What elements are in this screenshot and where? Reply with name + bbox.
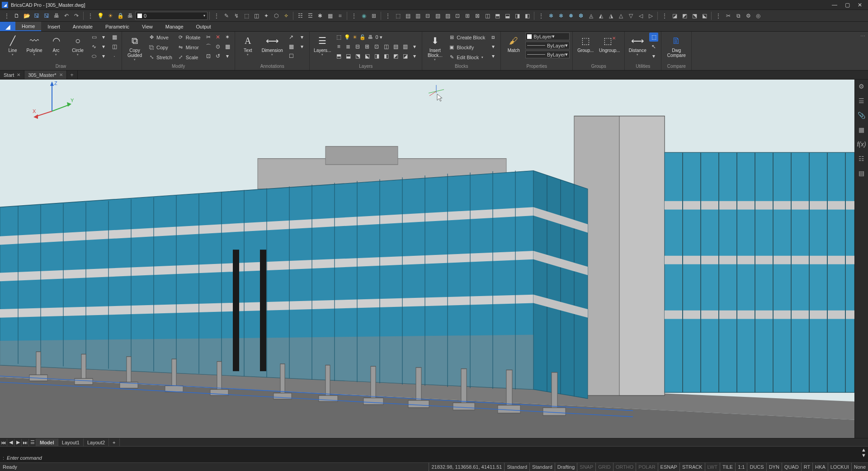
tool-icon[interactable]: ⊟ (423, 11, 432, 20)
handle-icon[interactable]: ⋮ (537, 11, 546, 20)
handle-icon[interactable]: ⋮ (383, 11, 392, 20)
group-button[interactable]: ⬚Group... (576, 33, 595, 62)
tool-icon[interactable]: ◁ (636, 11, 645, 20)
handle-icon[interactable]: ⋮ (349, 11, 359, 20)
tool-icon[interactable]: ▤ (403, 11, 412, 20)
dimension-button[interactable]: ⟷Dimension▾ (259, 33, 285, 62)
tool-icon[interactable]: ⌗ (335, 11, 344, 20)
layout-2[interactable]: Layout2 (84, 438, 109, 446)
tool-icon[interactable]: ↺ (213, 52, 222, 61)
mirror-button[interactable]: ⇋Mirror (176, 42, 202, 52)
tool-icon[interactable]: ▥ (401, 42, 410, 51)
grid-panel-icon[interactable]: ▦ (858, 126, 866, 134)
polyline-button[interactable]: 〰Polyline▾ (24, 33, 44, 62)
next-icon[interactable]: ▶ (14, 439, 22, 446)
tool-icon[interactable]: ▾ (99, 33, 108, 42)
tool-icon[interactable]: ⊞ (363, 42, 372, 51)
status-toggle-hka[interactable]: HKA (812, 463, 828, 471)
status-toggle-lwt[interactable]: LWT (705, 463, 720, 471)
layer-dropdown[interactable]: 0 ▾ (135, 12, 208, 20)
lock-icon[interactable]: 🔒 (116, 11, 125, 20)
tab-home[interactable]: Home (15, 22, 41, 31)
ribbon-options-icon[interactable]: ⋯ (860, 33, 865, 39)
tool-icon[interactable]: ◩ (391, 52, 400, 61)
handle-icon[interactable]: ⋮ (86, 11, 95, 20)
point-icon[interactable]: ∙ (110, 52, 119, 61)
spline-icon[interactable]: ∿ (90, 42, 99, 51)
tool-icon[interactable]: ▦ (326, 11, 335, 20)
status-toggle-rt[interactable]: RT (801, 463, 812, 471)
move-button[interactable]: ✥Move (146, 33, 174, 42)
doc-tab-new[interactable]: + (67, 71, 78, 79)
circle-button[interactable]: ○Circle▾ (68, 33, 88, 62)
tool-icon[interactable]: ⬓ (503, 11, 512, 20)
prev-icon[interactable]: ◀ (7, 439, 14, 446)
first-icon[interactable]: ⏮ (0, 439, 7, 446)
tool-icon[interactable]: ⚙ (744, 11, 753, 20)
leader-icon[interactable]: ↗ (287, 33, 296, 42)
panel-toggle-icon[interactable]: ⚙ (858, 82, 866, 90)
tool-icon[interactable]: ⊟ (353, 42, 362, 51)
ungroup-button[interactable]: ⬚✕Ungroup... (597, 33, 622, 62)
minimize-button[interactable]: — (828, 0, 841, 9)
tool-icon[interactable]: ⧉ (734, 11, 743, 20)
tool-icon[interactable]: ◭ (596, 11, 605, 20)
text-button[interactable]: AText▾ (238, 33, 258, 62)
create-block-button[interactable]: ⊞Create Block (447, 33, 487, 42)
app-menu-button[interactable]: ◢ (0, 22, 15, 31)
tool-icon[interactable]: ▤ (391, 42, 400, 51)
tool-icon[interactable]: ✱ (316, 11, 325, 20)
layer-combo[interactable]: 💡 ☀ 🔓 🖶 0 ▾ (344, 34, 419, 40)
doc-tab-start[interactable]: Start✕ (0, 71, 24, 79)
tool-icon[interactable]: ⬒ (493, 11, 502, 20)
array-icon[interactable]: ▦ (223, 42, 232, 51)
tool-icon[interactable]: ◨ (372, 52, 381, 61)
tool-icon[interactable]: ▾ (297, 42, 307, 51)
bulb-icon[interactable]: 💡 (96, 11, 105, 20)
copy-guided-button[interactable]: ⧉Copy Guided▾ (125, 33, 145, 62)
tool-icon[interactable]: ⊡ (453, 11, 462, 20)
layers-button[interactable]: ☰Layers...▾ (312, 33, 332, 62)
status-toggle-quad[interactable]: QUAD (782, 463, 801, 471)
scroll-down-icon[interactable]: ▼ (861, 452, 866, 458)
new-icon[interactable]: 🗋 (12, 11, 21, 20)
tool-icon[interactable]: ⬚ (393, 11, 402, 20)
color-combo[interactable]: ByLayer▾ (525, 33, 570, 40)
tab-parametric[interactable]: Parametric (99, 22, 136, 31)
scale-button[interactable]: ⤢Scale (176, 52, 202, 62)
offset-icon[interactable]: ⊙ (213, 42, 222, 51)
status-toggle-polar[interactable]: POLAR (636, 463, 657, 471)
close-icon[interactable]: ✕ (17, 72, 20, 77)
ellipse-icon[interactable]: ⬭ (90, 52, 99, 61)
tool-icon[interactable]: ⬓ (344, 52, 353, 61)
tool-icon[interactable]: ◎ (754, 11, 763, 20)
layout-model[interactable]: Model (36, 438, 58, 446)
tool-icon[interactable]: ◫ (483, 11, 492, 20)
scroll-up-icon[interactable]: ▲ (861, 447, 866, 452)
table-icon[interactable]: ▦ (287, 42, 296, 51)
fx-panel-icon[interactable]: f(x) (858, 140, 866, 148)
tool-icon[interactable]: ▾ (489, 52, 498, 61)
status-toggle-lockui[interactable]: LOCKUI (828, 463, 851, 471)
tool-icon[interactable]: ❆ (576, 11, 585, 20)
apps-panel-icon[interactable]: ▤ (858, 169, 866, 177)
tool-icon[interactable]: ▧ (433, 11, 442, 20)
distance-button[interactable]: ⟷Distance▾ (627, 33, 647, 62)
tool-icon[interactable]: ✎ (222, 11, 231, 20)
tool-icon[interactable]: ◉ (359, 11, 368, 20)
status-toggle-ducs[interactable]: DUCS (747, 463, 766, 471)
status-toggle-ortho[interactable]: ORTHO (613, 463, 636, 471)
select-icon[interactable]: ⬚ (649, 33, 658, 42)
tool-icon[interactable]: ↯ (232, 11, 241, 20)
status-toggle-tile[interactable]: TILE (720, 463, 735, 471)
viewport[interactable]: Z Y X (0, 80, 854, 438)
tool-icon[interactable]: ❄ (547, 11, 556, 20)
doc-tab-file[interactable]: 305_Master*✕ (24, 71, 66, 79)
stretch-button[interactable]: ⤡Stretch (146, 52, 174, 62)
tool-icon[interactable]: ▥ (413, 11, 422, 20)
tool-icon[interactable]: ◫ (252, 11, 261, 20)
tool-icon[interactable]: ☐ (287, 52, 296, 61)
tool-icon[interactable]: ▷ (646, 11, 655, 20)
status-standard2[interactable]: Standard (529, 463, 555, 471)
tool-icon[interactable]: ≡ (334, 42, 343, 51)
